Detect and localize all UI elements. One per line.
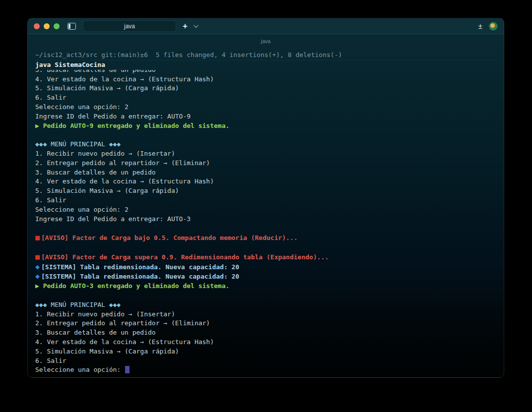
terminal-line: 3. Buscar detalles de un pedido <box>35 328 497 338</box>
terminal-text: Ingrese ID del Pedido a entregar: AUTO-3 <box>35 215 191 223</box>
terminal-text: Seleccione una opción: <box>35 366 125 373</box>
chevron-down-icon[interactable] <box>194 23 199 28</box>
terminal-text: ◆◆◆ <box>35 140 51 148</box>
new-tab-button[interactable]: + <box>183 22 188 30</box>
terminal-text: [AVISO] Factor de Carga supera 0.9. Redi… <box>41 253 329 261</box>
terminal-line <box>35 224 497 233</box>
terminal-text: [AVISO] Factor de Carga bajo 0.5. Compac… <box>41 234 298 241</box>
blue-diamond-icon: ◆ <box>35 272 41 281</box>
terminal-text: 3. Buscar detalles de un pedido <box>35 169 156 176</box>
command-block-header: java <box>28 34 504 48</box>
terminal-line: Ingrese ID del Pedido a entregar: AUTO-9 <box>35 112 497 121</box>
terminal-line: ▶ Pedido AUTO-9 entregado y eliminado de… <box>35 121 497 131</box>
terminal-output: 3. Buscar detalles de un pedido4. Ver es… <box>35 70 497 375</box>
block-header-label: java <box>261 38 270 44</box>
terminal-line: ◆[SISTEMA] Tabla redimensionada. Nueva c… <box>35 272 497 282</box>
terminal-line: 6. Salir <box>35 196 497 205</box>
terminal-line: ▶ Pedido AUTO-3 entregado y eliminado de… <box>35 282 497 291</box>
terminal-line: ■[AVISO] Factor de Carga supera 0.9. Red… <box>35 252 497 262</box>
terminal-text: MENÚ PRINCIPAL <box>51 301 105 308</box>
terminal-line: 6. Salir <box>35 356 497 366</box>
terminal-line: ◆◆◆ MENÚ PRINCIPAL ◆◆◆ <box>35 140 497 149</box>
red-square-icon: ■ <box>35 233 41 242</box>
terminal-text: 6. Salir <box>35 196 66 204</box>
terminal-text: Ingrese ID del Pedido a entregar: AUTO-9 <box>35 113 191 120</box>
avatar[interactable] <box>489 22 498 31</box>
terminal-text: 5. Simulación Masiva → (Carga rápida) <box>35 187 179 194</box>
terminal-text: [SISTEMA] Tabla redimensionada. Nueva ca… <box>41 263 239 271</box>
tab-bar: java + ± <box>28 18 504 34</box>
terminal-text: [SISTEMA] Tabla redimensionada. Nueva ca… <box>41 273 239 280</box>
terminal-line: 3. Buscar detalles de un pedido <box>35 70 497 75</box>
terminal-text: 6. Salir <box>35 94 66 101</box>
sidebar-toggle-icon[interactable] <box>67 23 76 30</box>
terminal-line <box>35 243 497 252</box>
terminal-text: Seleccione una opción: 2 <box>35 206 129 213</box>
terminal-line: 5. Simulación Masiva → (Carga rápida) <box>35 347 497 356</box>
terminal-text: 2. Entregar pedido al repartidor → (Elim… <box>35 159 210 167</box>
terminal-text: ◆◆◆ <box>105 140 121 148</box>
terminal-text: 1. Recibir nuevo pedido → (Insertar) <box>35 310 175 318</box>
blue-diamond-icon: ◆ <box>35 262 41 271</box>
terminal-text: ◆◆◆ <box>35 301 51 308</box>
terminal-line: 4. Ver estado de la cocina → (Estructura… <box>35 177 497 186</box>
font-size-adjust-icon[interactable]: ± <box>478 22 482 30</box>
terminal-text: 5. Simulación Masiva → (Carga rápida) <box>35 348 179 355</box>
terminal-line: Seleccione una opción: 2 <box>35 205 497 215</box>
terminal-text: 4. Ver estado de la cocina → (Estructura… <box>35 75 214 83</box>
terminal-text: 2. Entregar pedido al repartidor → (Elim… <box>35 319 210 327</box>
terminal-cursor <box>125 366 130 373</box>
terminal-text: 1. Recibir nuevo pedido → (Insertar) <box>35 150 175 157</box>
terminal-line: 2. Entregar pedido al repartidor → (Elim… <box>35 159 497 168</box>
terminal-line: 1. Recibir nuevo pedido → (Insertar) <box>35 310 497 319</box>
terminal-text: ◆◆◆ <box>105 301 121 308</box>
terminal-text: 5. Simulación Masiva → (Carga rápida) <box>35 84 179 92</box>
terminal-text: ▶ Pedido AUTO-9 entregado y eliminado de… <box>35 122 229 129</box>
maximize-button[interactable] <box>54 23 60 29</box>
terminal-line: 6. Salir <box>35 93 497 103</box>
terminal-text: 3. Buscar detalles de un pedido <box>35 70 156 75</box>
terminal-line <box>35 130 497 140</box>
terminal-line: Seleccione una opción: 2 <box>35 103 497 112</box>
terminal-line: 5. Simulación Masiva → (Carga rápida) <box>35 186 497 196</box>
terminal-line: 2. Entregar pedido al repartidor → (Elim… <box>35 319 497 328</box>
terminal-line: Seleccione una opción: <box>35 365 497 375</box>
terminal-line: Ingrese ID del Pedido a entregar: AUTO-3 <box>35 215 497 224</box>
tab-java[interactable]: java <box>83 20 176 32</box>
tabbar-right: ± <box>478 22 498 31</box>
terminal-text: MENÚ PRINCIPAL <box>51 140 105 148</box>
terminal-text: 3. Buscar detalles de un pedido <box>35 329 156 336</box>
terminal-content[interactable]: ~/isc12_act3/src git:(main)±6 5 files ch… <box>28 48 504 375</box>
window-controls <box>34 23 60 29</box>
terminal-window: java + ± java ~/isc12_act3/src git:(main… <box>27 18 504 378</box>
tab-label: java <box>124 23 135 30</box>
red-square-icon: ■ <box>35 252 41 261</box>
terminal-line <box>35 291 497 300</box>
terminal-text: 4. Ver estado de la cocina → (Estructura… <box>35 177 214 185</box>
terminal-text: 6. Salir <box>35 357 66 364</box>
terminal-line: ◆[SISTEMA] Tabla redimensionada. Nueva c… <box>35 262 497 272</box>
terminal-line: 3. Buscar detalles de un pedido <box>35 168 497 177</box>
terminal-line: ◆◆◆ MENÚ PRINCIPAL ◆◆◆ <box>35 300 497 310</box>
terminal-line: 4. Ver estado de la cocina → (Estructura… <box>35 338 497 347</box>
terminal-text: Seleccione una opción: 2 <box>35 103 129 111</box>
shell-prompt: ~/isc12_act3/src git:(main)±6 5 files ch… <box>35 51 497 60</box>
close-button[interactable] <box>34 23 40 29</box>
command-line: java SistemaCocina <box>35 60 497 70</box>
terminal-text: ▶ Pedido AUTO-3 entregado y eliminado de… <box>35 282 229 290</box>
terminal-text: 4. Ver estado de la cocina → (Estructura… <box>35 338 214 346</box>
terminal-line: ■[AVISO] Factor de Carga bajo 0.5. Compa… <box>35 233 497 243</box>
terminal-line: 4. Ver estado de la cocina → (Estructura… <box>35 75 497 84</box>
terminal-line: 5. Simulación Masiva → (Carga rápida) <box>35 84 497 93</box>
minimize-button[interactable] <box>44 23 50 29</box>
terminal-line: 1. Recibir nuevo pedido → (Insertar) <box>35 149 497 159</box>
